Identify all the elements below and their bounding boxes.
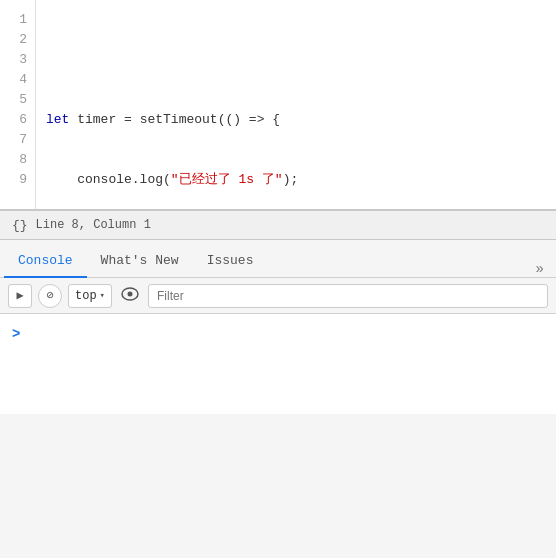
- svg-point-1: [128, 291, 133, 296]
- line-numbers: 1 2 3 4 5 6 7 8 9: [0, 0, 36, 209]
- block-button[interactable]: ⊘: [38, 284, 62, 308]
- console-output: [0, 314, 556, 414]
- brace-icon: {}: [12, 218, 28, 233]
- play-icon: ▶: [16, 288, 23, 303]
- code-editor: 1 2 3 4 5 6 7 8 9 let timer = setTimeout…: [0, 0, 556, 210]
- console-prompt[interactable]: [12, 322, 544, 346]
- visibility-button[interactable]: [118, 284, 142, 308]
- cursor-position: Line 8, Column 1: [36, 218, 151, 232]
- block-icon: ⊘: [46, 288, 53, 303]
- eye-icon: [121, 287, 139, 305]
- devtools-panel: Console What's New Issues » ▶ ⊘ top ▾: [0, 240, 556, 558]
- code-line-3: console.log("已经过了 1s 了");: [46, 170, 546, 190]
- console-toolbar: ▶ ⊘ top ▾: [0, 278, 556, 314]
- filter-input[interactable]: [148, 284, 548, 308]
- tab-issues[interactable]: Issues: [193, 245, 268, 278]
- context-selector[interactable]: top ▾: [68, 284, 112, 308]
- code-line-1: [46, 50, 546, 70]
- context-label: top: [75, 289, 97, 303]
- dropdown-arrow-icon: ▾: [100, 290, 105, 301]
- execute-button[interactable]: ▶: [8, 284, 32, 308]
- tab-bar: Console What's New Issues »: [0, 240, 556, 278]
- code-content[interactable]: let timer = setTimeout(() => { console.l…: [36, 0, 556, 209]
- tab-console[interactable]: Console: [4, 245, 87, 278]
- tab-whats-new[interactable]: What's New: [87, 245, 193, 278]
- status-bar: {} Line 8, Column 1: [0, 210, 556, 240]
- code-line-2: let timer = setTimeout(() => {: [46, 110, 546, 130]
- more-tabs-button[interactable]: »: [528, 261, 552, 277]
